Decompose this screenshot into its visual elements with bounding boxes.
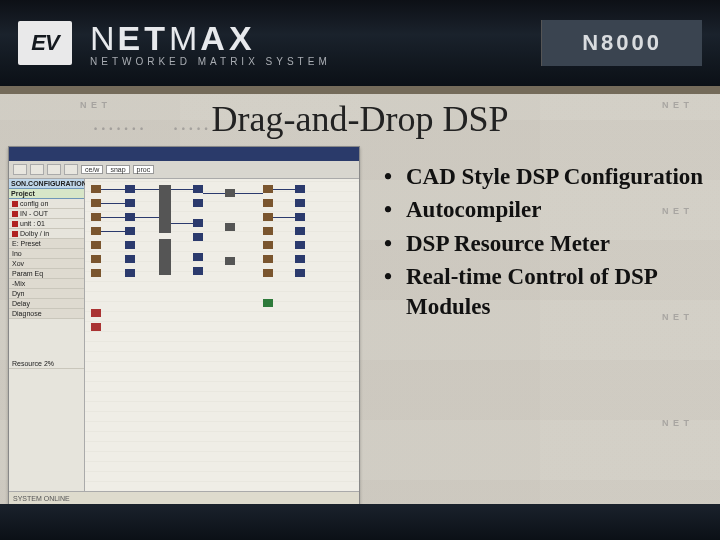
dsp-block[interactable] [193, 185, 203, 193]
dsp-editor-screenshot: ce/w snap proc SON.CONFIGURATION Project… [8, 146, 360, 506]
dsp-block[interactable] [125, 199, 135, 207]
dsp-block[interactable] [91, 255, 101, 263]
toolbar-button[interactable] [30, 164, 44, 175]
brand-header: EV NETMAX NETWORKED MATRIX SYSTEM N8000 [0, 0, 720, 86]
dsp-block[interactable] [91, 269, 101, 277]
toolbar-select[interactable]: snap [106, 165, 129, 174]
dsp-block[interactable] [295, 241, 305, 249]
dsp-block[interactable] [263, 199, 273, 207]
toolbar-button[interactable] [13, 164, 27, 175]
dsp-wire [101, 203, 125, 204]
dsp-block[interactable] [295, 199, 305, 207]
dsp-block[interactable] [193, 267, 203, 275]
toolbar-button[interactable] [47, 164, 61, 175]
palette-section[interactable]: Diagnose [9, 309, 84, 319]
window-toolbar: ce/w snap proc [9, 161, 359, 179]
feature-list: CAD Style DSP Configuration Autocompiler… [382, 162, 708, 325]
brand-block: NETMAX NETWORKED MATRIX SYSTEM [90, 19, 331, 67]
palette-subheader: Project [9, 189, 84, 199]
dsp-block[interactable] [91, 199, 101, 207]
palette-section[interactable]: Param Eq [9, 269, 84, 279]
footer-bar [0, 504, 720, 540]
palette-section[interactable]: Dyn [9, 289, 84, 299]
brand-subtitle: NETWORKED MATRIX SYSTEM [90, 56, 331, 67]
feature-item: DSP Resource Meter [382, 229, 708, 258]
toolbar-select[interactable]: proc [133, 165, 155, 174]
dsp-block[interactable] [193, 253, 203, 261]
dsp-block[interactable] [125, 227, 135, 235]
dsp-block[interactable] [91, 309, 101, 317]
dsp-block[interactable] [295, 227, 305, 235]
dsp-block[interactable] [263, 269, 273, 277]
toolbar-select[interactable]: ce/w [81, 165, 103, 174]
status-led-icon [12, 211, 18, 217]
module-palette: SON.CONFIGURATION Project config on IN -… [9, 179, 85, 491]
dsp-wire [101, 217, 125, 218]
dsp-block[interactable] [263, 213, 273, 221]
palette-section[interactable]: Delay [9, 299, 84, 309]
dsp-block[interactable] [159, 185, 171, 233]
dsp-block[interactable] [193, 219, 203, 227]
dsp-wire [171, 223, 193, 224]
dsp-wire [273, 189, 295, 190]
dsp-wire [235, 193, 263, 194]
dsp-wire [171, 189, 193, 190]
dsp-block[interactable] [263, 241, 273, 249]
dsp-wire [135, 217, 159, 218]
dsp-block[interactable] [225, 257, 235, 265]
resource-meter: Resource 2% [9, 359, 84, 369]
dsp-block[interactable] [295, 213, 305, 221]
palette-section[interactable]: Xov [9, 259, 84, 269]
palette-item[interactable]: IN - OUT [9, 209, 84, 219]
dsp-block[interactable] [91, 185, 101, 193]
dsp-block[interactable] [193, 199, 203, 207]
dsp-block[interactable] [193, 233, 203, 241]
dsp-block[interactable] [91, 213, 101, 221]
ev-logo: EV [18, 21, 72, 65]
palette-section[interactable]: -Mix [9, 279, 84, 289]
dsp-block[interactable] [125, 255, 135, 263]
dsp-block[interactable] [263, 227, 273, 235]
feature-item: Real-time Control of DSP Modules [382, 262, 708, 321]
dsp-block[interactable] [125, 269, 135, 277]
palette-section[interactable]: E: Preset [9, 239, 84, 249]
dsp-block[interactable] [295, 269, 305, 277]
dsp-block[interactable] [125, 241, 135, 249]
dsp-block[interactable] [225, 223, 235, 231]
dsp-wire [135, 189, 159, 190]
slide-title: Drag-and-Drop DSP [0, 98, 720, 140]
dsp-block[interactable] [295, 255, 305, 263]
feature-item: Autocompiler [382, 195, 708, 224]
feature-item: CAD Style DSP Configuration [382, 162, 708, 191]
dsp-canvas[interactable] [85, 179, 359, 491]
dsp-wire [101, 231, 125, 232]
dsp-block[interactable] [263, 299, 273, 307]
palette-header: SON.CONFIGURATION [9, 179, 84, 189]
ev-logo-text: EV [31, 30, 58, 56]
dsp-wire [273, 217, 295, 218]
status-led-icon [12, 231, 18, 237]
dsp-block[interactable] [91, 323, 101, 331]
dsp-block[interactable] [91, 241, 101, 249]
dsp-block[interactable] [125, 213, 135, 221]
palette-item[interactable]: config on [9, 199, 84, 209]
dsp-block[interactable] [263, 255, 273, 263]
status-bar: SYSTEM ONLINE [9, 491, 359, 505]
palette-section[interactable]: Ino [9, 249, 84, 259]
dsp-block[interactable] [159, 239, 171, 275]
dsp-block[interactable] [263, 185, 273, 193]
status-led-icon [12, 221, 18, 227]
dsp-block[interactable] [225, 189, 235, 197]
model-badge: N8000 [541, 20, 702, 66]
slide-content: N E T N E T • • • • • • • • • • • • N E … [0, 94, 720, 540]
status-led-icon [12, 201, 18, 207]
window-titlebar [9, 147, 359, 161]
dsp-block[interactable] [91, 227, 101, 235]
palette-item[interactable]: unit : 01 [9, 219, 84, 229]
brand-name: NETMAX [90, 19, 331, 58]
dsp-block[interactable] [125, 185, 135, 193]
toolbar-button[interactable] [64, 164, 78, 175]
dsp-block[interactable] [295, 185, 305, 193]
dsp-wire [203, 193, 225, 194]
palette-item[interactable]: Dolby / in [9, 229, 84, 239]
